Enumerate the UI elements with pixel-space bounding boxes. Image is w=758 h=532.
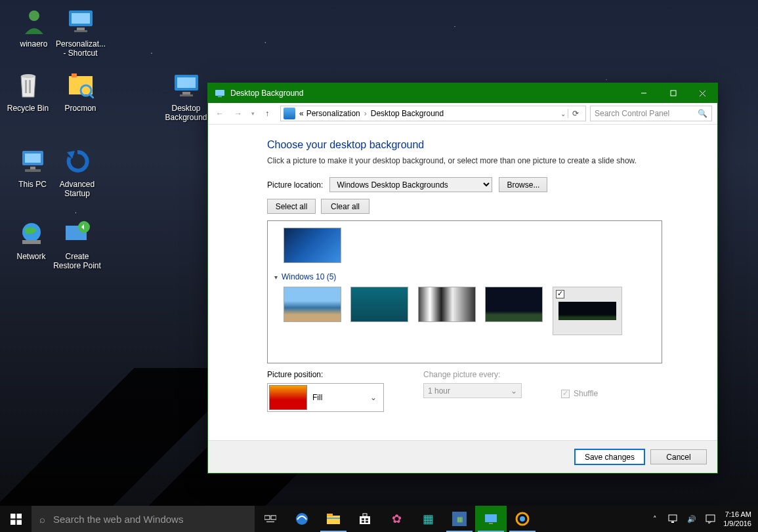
cancel-button[interactable]: Cancel — [650, 449, 707, 464]
tray-notifications-icon[interactable] — [705, 514, 715, 524]
addr-dropdown-icon[interactable]: ⌄ — [560, 110, 568, 117]
wallpaper-thumb-selected[interactable] — [553, 287, 622, 335]
save-changes-button[interactable]: Save changes — [574, 449, 645, 465]
wallpaper-gallery[interactable]: Windows 10 (5) — [267, 220, 662, 363]
svg-point-0 — [29, 10, 39, 21]
control-panel-icon — [284, 108, 295, 119]
maximize-button[interactable] — [658, 83, 688, 103]
desktop-icon-network[interactable]: Network — [7, 218, 56, 261]
back-button[interactable]: ← — [211, 104, 229, 123]
chevron-down-icon: ⌄ — [370, 393, 382, 402]
svg-rect-44 — [366, 518, 368, 520]
svg-point-50 — [520, 516, 525, 522]
thumb-checkbox[interactable] — [556, 290, 564, 298]
breadcrumb-personalization[interactable]: Personalization — [304, 109, 363, 118]
up-button[interactable]: ↑ — [258, 104, 276, 123]
title-bar[interactable]: Desktop Background — [208, 83, 717, 103]
taskbar-app-pink[interactable]: ✿ — [381, 506, 412, 532]
forward-button[interactable]: → — [229, 104, 247, 123]
taskbar-app-control-panel[interactable] — [475, 506, 507, 532]
taskbar-app-teal[interactable]: ▦ — [412, 506, 444, 532]
desktop-background-window: Desktop Background ← → ▾ ↑ « Personaliza… — [207, 83, 718, 474]
taskbar-app-store[interactable] — [349, 506, 381, 532]
icon-label: This PC — [8, 180, 57, 189]
procmon-icon — [65, 70, 96, 101]
clock-date: 1/9/2016 — [723, 519, 751, 528]
svg-line-11 — [89, 94, 94, 98]
taskbar-clock[interactable]: 7:16 AM 1/9/2016 — [723, 510, 751, 529]
wallpaper-thumb[interactable] — [485, 287, 543, 322]
recent-dropdown[interactable]: ▾ — [247, 104, 258, 123]
window-title: Desktop Background — [230, 89, 629, 98]
task-view-button[interactable] — [255, 506, 286, 532]
desktop-icon-recycle-bin[interactable]: Recycle Bin — [3, 70, 53, 113]
icon-label: Personalizat... - Shortcut — [56, 39, 105, 58]
wallpaper-thumb[interactable] — [350, 287, 408, 322]
breadcrumb-desktop-background[interactable]: Desktop Background — [368, 109, 446, 118]
svg-point-5 — [21, 74, 35, 78]
svg-rect-46 — [366, 521, 368, 523]
svg-rect-9 — [72, 73, 77, 77]
picture-location-select[interactable]: Windows Desktop Backgrounds — [329, 177, 492, 192]
window-footer: Save changes Cancel — [208, 440, 717, 473]
change-interval-select: 1 hour ⌄ — [423, 383, 522, 398]
taskbar-app-edge[interactable] — [286, 506, 318, 532]
group-header-windows10[interactable]: Windows 10 (5) — [274, 272, 655, 281]
desktop-icon-personalizat-shortcut[interactable]: Personalizat... - Shortcut — [56, 5, 105, 58]
taskbar: ⌕ Search the web and Windows ✿ ▦ ▦ ˄ 🔊 7… — [0, 506, 758, 532]
desktop-icon-create-restore-point[interactable]: Create Restore Point — [53, 218, 102, 271]
svg-rect-14 — [182, 92, 190, 94]
svg-rect-38 — [327, 516, 340, 524]
select-all-button[interactable]: Select all — [267, 199, 316, 214]
refresh-icon[interactable]: ⟳ — [568, 109, 583, 118]
desktop-icon-winaero[interactable]: winaero — [9, 5, 58, 49]
picture-position-select[interactable]: Fill ⌄ — [267, 383, 384, 412]
bin-icon — [12, 70, 44, 101]
taskbar-app-regedit[interactable]: ▦ — [444, 506, 475, 532]
svg-rect-52 — [671, 522, 674, 523]
restore-icon — [62, 218, 93, 249]
page-title: Choose your desktop background — [267, 139, 707, 151]
wallpaper-thumb[interactable] — [418, 287, 476, 322]
svg-rect-45 — [362, 521, 364, 523]
window-buttons — [629, 83, 717, 103]
taskbar-search[interactable]: ⌕ Search the web and Windows — [32, 506, 255, 532]
taskbar-app-browser[interactable] — [507, 506, 538, 532]
icon-label: Desktop Background — [161, 104, 211, 123]
svg-rect-7 — [29, 80, 31, 93]
svg-rect-21 — [22, 240, 41, 244]
globe-icon — [16, 218, 47, 249]
taskbar-search-placeholder: Search the web and Windows — [53, 514, 183, 525]
search-icon: 🔍 — [698, 109, 707, 118]
tray-volume-icon[interactable]: 🔊 — [686, 514, 697, 524]
browse-button[interactable]: Browse... — [499, 177, 547, 192]
svg-rect-32 — [11, 520, 15, 524]
desktop-icon-procmon[interactable]: Procmon — [56, 70, 105, 113]
refresh-icon — [62, 146, 93, 177]
wallpaper-thumb[interactable] — [284, 287, 341, 322]
tray-network-icon[interactable] — [668, 514, 679, 524]
clear-all-button[interactable]: Clear all — [321, 199, 369, 214]
icon-label: Create Restore Point — [53, 252, 102, 271]
close-button[interactable] — [688, 83, 717, 103]
address-bar[interactable]: « Personalization › Desktop Background ⌄… — [280, 106, 586, 121]
wallpaper-thumb[interactable] — [284, 228, 341, 263]
svg-rect-36 — [266, 522, 274, 522]
desktop-icon-this-pc[interactable]: This PC — [8, 146, 57, 189]
person-icon — [18, 5, 50, 37]
system-tray: ˄ 🔊 7:16 AM 1/9/2016 — [643, 510, 758, 529]
svg-rect-47 — [485, 514, 497, 522]
svg-rect-34 — [264, 516, 270, 520]
svg-rect-18 — [30, 167, 35, 169]
desktop-icon-advanced-startup[interactable]: Advanced Startup — [53, 146, 102, 199]
start-button[interactable] — [0, 506, 32, 532]
taskbar-app-explorer[interactable] — [318, 506, 349, 532]
minimize-button[interactable] — [629, 83, 658, 103]
desktop-icon-desktop-background[interactable]: Desktop Background — [161, 70, 211, 123]
nav-bar: ← → ▾ ↑ « Personalization › Desktop Back… — [208, 103, 717, 125]
svg-rect-43 — [362, 518, 364, 520]
search-input[interactable]: Search Control Panel 🔍 — [590, 106, 712, 121]
svg-rect-27 — [671, 91, 676, 96]
svg-rect-25 — [218, 96, 222, 97]
tray-chevron-up-icon[interactable]: ˄ — [650, 514, 660, 524]
